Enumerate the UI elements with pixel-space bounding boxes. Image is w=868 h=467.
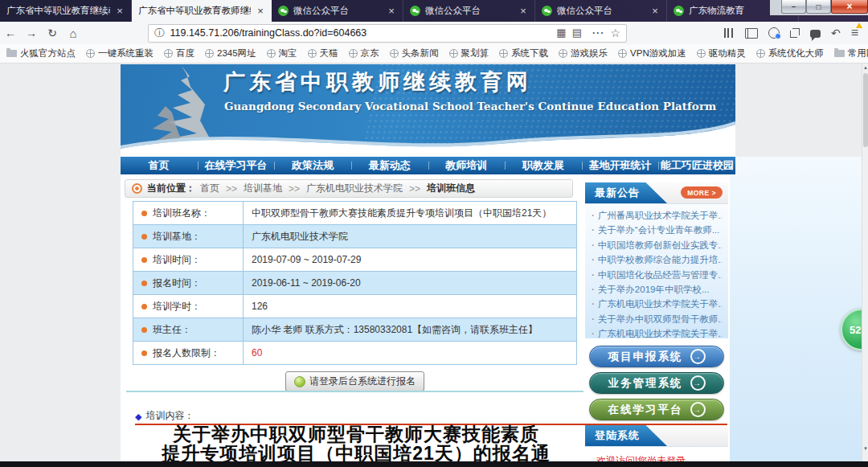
- bookmark-item[interactable]: 一键系统重装: [86, 47, 154, 59]
- scrollbar-thumb[interactable]: [863, 73, 868, 147]
- tab-close-icon[interactable]: [518, 5, 528, 17]
- portal-button-business-system[interactable]: 业务管理系统: [589, 372, 724, 394]
- bookmark-item[interactable]: 驱动精灵: [697, 47, 746, 59]
- undo-icon[interactable]: [831, 27, 841, 39]
- nav-item-craftsman[interactable]: 能工巧匠进校园: [658, 158, 735, 173]
- bookmark-label: 头条新闻: [402, 47, 439, 59]
- portal-button-project-system[interactable]: 项目申报系统: [589, 346, 724, 367]
- close-window-button[interactable]: [831, 0, 868, 14]
- bookmark-item[interactable]: 京东: [349, 47, 379, 59]
- bookmark-star-icon[interactable]: [610, 27, 620, 39]
- signup-button[interactable]: 请登录后台系统进行报名: [285, 371, 424, 391]
- page-actions-icon[interactable]: [592, 28, 605, 39]
- bookmark-item[interactable]: 头条新闻: [390, 47, 439, 59]
- bookmark-item[interactable]: 百度: [164, 47, 194, 59]
- row-label-cell: 培训学时：: [133, 295, 244, 318]
- url-box[interactable]: 119.145.71.206/trainingClass.do?id=60466…: [148, 24, 627, 43]
- bullet-icon: [141, 350, 147, 356]
- bookmark-item[interactable]: 系统优化大师: [756, 47, 824, 59]
- account-sync-icon[interactable]: [768, 27, 780, 39]
- forward-button[interactable]: [21, 23, 42, 43]
- training-info-table: 培训班名称： 中职双师型骨干教师大赛技能素质提升专项培训项目（中职国培21天） …: [133, 201, 577, 365]
- scroll-up-icon[interactable]: [862, 65, 868, 70]
- announcement-item[interactable]: 中职国培教师创新创业实践专...: [592, 238, 722, 252]
- chat-icon[interactable]: [810, 30, 821, 38]
- nav-item-base-stats[interactable]: 基地开班统计: [582, 158, 659, 173]
- announcement-item[interactable]: 关于举办2019年中职学校...: [592, 282, 722, 297]
- tab-close-icon[interactable]: [115, 5, 125, 17]
- folder-icon: [834, 50, 845, 57]
- row-value-limit: 60: [244, 342, 577, 365]
- globe-icon: [499, 49, 508, 58]
- bookmark-label: 一键系统重装: [98, 47, 154, 59]
- announcement-item[interactable]: 广州番禺职业技术学院关于举...: [592, 208, 722, 223]
- portal-button-learning-platform[interactable]: 在线学习平台: [589, 399, 724, 420]
- nav-item-news[interactable]: 最新动态: [351, 158, 428, 173]
- browser-tab[interactable]: 广东省中等职业教育继续教育: [0, 0, 132, 22]
- row-value: 中职双师型骨干教师大赛技能素质提升专项培训项目（中职国培21天）: [244, 202, 577, 225]
- announcement-item[interactable]: 广东机电职业技术学院关于举...: [592, 326, 722, 341]
- nav-item-home[interactable]: 首页: [121, 158, 198, 173]
- minimize-button[interactable]: [781, 0, 806, 14]
- scrollbar[interactable]: [862, 63, 868, 467]
- globe-icon: [449, 49, 458, 58]
- main-nav: 首页 在线学习平台 政策法规 最新动态 教师培训 职教发展 基地开班统计 能工巧…: [121, 157, 735, 174]
- table-row: 培训学时： 126: [133, 295, 577, 318]
- bookmark-item[interactable]: 2345网址: [205, 47, 256, 59]
- bookmark-item[interactable]: 常用网址: [834, 47, 868, 59]
- home-button[interactable]: [63, 23, 84, 43]
- bookmark-item[interactable]: 聚划算: [449, 47, 489, 59]
- tab-close-icon[interactable]: [650, 5, 660, 17]
- menu-icon[interactable]: [851, 26, 858, 40]
- sidebar-icon[interactable]: [745, 28, 758, 39]
- announcement-item[interactable]: 广东机电职业技术学院关于举...: [592, 297, 722, 311]
- row-label: 培训基地：: [153, 231, 201, 242]
- nav-item-vocational-dev[interactable]: 职教发展: [505, 158, 582, 173]
- announcement-item[interactable]: 关于举办中职双师型骨干教师...: [592, 312, 722, 326]
- screenshot-icon[interactable]: [790, 28, 800, 38]
- nav-item-policies[interactable]: 政策法规: [274, 158, 351, 173]
- back-button[interactable]: [0, 23, 21, 43]
- url-text[interactable]: 119.145.71.206/trainingClass.do?id=60466…: [170, 27, 367, 39]
- bookmark-item[interactable]: 游戏娱乐: [559, 47, 608, 59]
- bookmarks-bar: 火狐官方站点 一键系统重装 百度 2345网址 淘宝 天猫 京东 头条新闻 聚划…: [0, 44, 868, 63]
- announcement-item[interactable]: 关于举办“会计专业青年教师...: [592, 223, 722, 237]
- tab-close-icon[interactable]: [387, 5, 396, 17]
- bookmark-label: 2345网址: [217, 47, 256, 59]
- maximize-button[interactable]: [806, 0, 831, 14]
- bookmark-item[interactable]: 天猫: [308, 47, 338, 59]
- announcement-item[interactable]: 中职学校教师综合能力提升培...: [592, 252, 722, 267]
- row-label: 培训班名称：: [153, 207, 211, 219]
- browser-tab[interactable]: 微信公众平台: [535, 0, 667, 22]
- library-icon[interactable]: [724, 28, 735, 38]
- nav-item-teacher-training[interactable]: 教师培训: [428, 158, 506, 173]
- browser-tab-active[interactable]: 广东省中等职业教育教师继续: [132, 0, 272, 22]
- announcement-item[interactable]: 中职国培化妆品经营与管理专...: [592, 268, 722, 282]
- bookmark-item[interactable]: 淘宝: [267, 47, 297, 59]
- breadcrumb-link[interactable]: 广东机电职业技术学院: [306, 182, 403, 195]
- nav-item-online-learning[interactable]: 在线学习平台: [198, 158, 275, 173]
- more-button[interactable]: MORE >: [681, 186, 723, 199]
- tab-close-icon[interactable]: [256, 5, 265, 17]
- breadcrumb-link[interactable]: 首页: [200, 182, 219, 195]
- refresh-button[interactable]: [42, 23, 63, 43]
- globe-icon: [756, 49, 765, 58]
- browser-tab[interactable]: 微信公众平台: [403, 0, 535, 22]
- bookmark-item[interactable]: VPN游戏加速: [618, 47, 686, 59]
- breadcrumb-link[interactable]: 培训基地: [244, 182, 282, 195]
- row-label: 班主任：: [153, 324, 191, 335]
- row-value: 陈小华 老师 联系方式：13580332081【如需咨询，请联系班主任】: [244, 318, 577, 342]
- globe-icon: [618, 49, 627, 58]
- qr-code-icon[interactable]: [556, 27, 566, 39]
- arrow-circle-icon: [690, 402, 706, 417]
- scroll-down-icon[interactable]: [862, 446, 868, 451]
- browser-tab[interactable]: 微信公众平台: [272, 0, 403, 22]
- bookmark-item[interactable]: 火狐官方站点: [6, 47, 76, 59]
- page-side-background: [730, 157, 862, 467]
- bookmark-item[interactable]: 系统下载: [499, 47, 548, 59]
- row-label-cell: 报名人数限制：: [133, 342, 244, 365]
- site-title-en: Guangdong Secondary Vocational School Te…: [224, 100, 716, 113]
- globe-icon: [390, 49, 399, 58]
- reader-icon[interactable]: [572, 27, 582, 39]
- site-info-icon[interactable]: [154, 28, 165, 39]
